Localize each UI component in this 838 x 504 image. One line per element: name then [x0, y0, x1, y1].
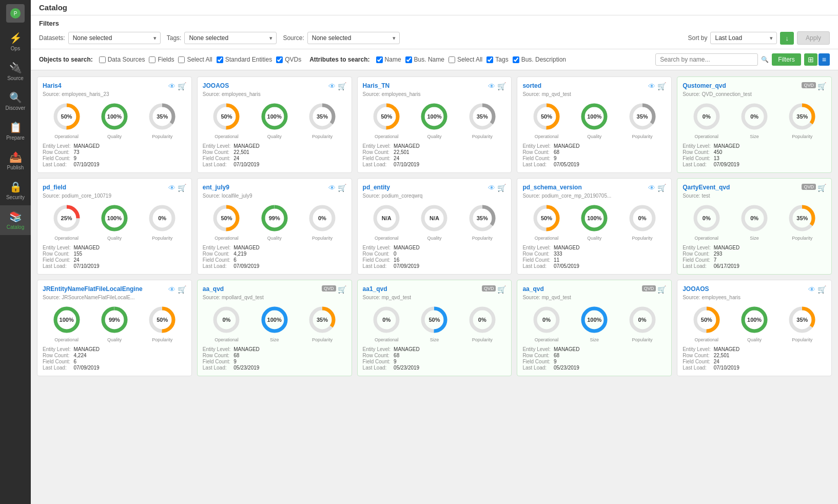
fields-checkbox[interactable] — [149, 56, 155, 63]
sidebar-item-discover[interactable]: 🔍 Discover — [0, 86, 31, 116]
sort-select[interactable]: Last Load — [710, 32, 777, 44]
cart-icon[interactable]: 🛒 — [178, 184, 186, 192]
card-title[interactable]: aa1_qvd — [363, 285, 387, 293]
filters-button[interactable]: Filters — [772, 53, 801, 66]
row-count-label: Row Count: — [203, 149, 230, 155]
card-title[interactable]: sorted — [522, 82, 541, 89]
donut-value: 100% — [267, 317, 282, 323]
grid-view-button[interactable]: ⊞ — [804, 53, 817, 66]
sort-label: Sort by — [688, 34, 707, 42]
sidebar-item-catalog[interactable]: 📚 Catalog — [0, 205, 31, 235]
card-info: Entity Level: MANAGED Row Count: 68 Fiel… — [522, 346, 666, 371]
card-title[interactable]: JOOAOS — [203, 82, 229, 89]
last-load-label: Last Load: — [363, 263, 391, 269]
tags-select[interactable]: None selected — [184, 32, 277, 44]
datasets-select[interactable]: None selected — [68, 32, 161, 44]
cart-icon[interactable]: 🛒 — [497, 285, 506, 294]
eye-icon[interactable]: 👁 — [648, 82, 655, 90]
donut-chart: 0% — [627, 203, 658, 234]
last-load-label: Last Load: — [683, 162, 710, 167]
donut-item: 35% Popularity — [627, 101, 658, 139]
sort-direction-button[interactable]: ↓ — [780, 32, 794, 45]
select-all-checkbox[interactable] — [178, 56, 185, 63]
eye-icon[interactable]: 👁 — [488, 184, 495, 192]
cart-icon[interactable]: 🛒 — [178, 82, 186, 90]
cart-icon[interactable]: 🛒 — [497, 184, 506, 192]
donut-chart: 100% — [579, 203, 610, 234]
cart-icon[interactable]: 🛒 — [657, 82, 666, 90]
eye-icon[interactable]: 👁 — [168, 82, 176, 90]
bus-desc-checkbox[interactable] — [513, 56, 519, 63]
cart-icon[interactable]: 🛒 — [178, 285, 186, 294]
cart-icon[interactable]: 🛒 — [338, 285, 346, 294]
sort-select-wrapper: Last Load — [710, 32, 777, 44]
donut-value: 25% — [61, 215, 72, 221]
entity-level-label: Entity Level: — [203, 346, 230, 352]
card-title[interactable]: QartyEvent_qvd — [683, 184, 730, 191]
eye-icon[interactable]: 👁 — [648, 184, 655, 192]
card-title[interactable]: Haris4 — [43, 82, 62, 89]
tags-label: Tags — [495, 56, 508, 63]
tags-label: Tags: — [167, 34, 182, 42]
donut-value: 35% — [637, 113, 648, 120]
qvds-checkbox[interactable] — [276, 56, 283, 63]
list-view-button[interactable]: ≡ — [818, 53, 830, 66]
donut-chart: 35% — [787, 203, 817, 234]
security-icon: 🔒 — [9, 181, 22, 193]
donut-chart: 99% — [259, 203, 290, 234]
entity-level-value: MANAGED — [233, 346, 346, 352]
card-title[interactable]: pd_schema_version — [522, 184, 581, 191]
prepare-icon: 📋 — [9, 121, 22, 133]
card-icons: 👁 🛒 — [168, 82, 186, 90]
donut-label: Operational — [695, 134, 719, 139]
data-sources-checkbox[interactable] — [99, 56, 106, 63]
card-pd_field: pd_field 👁 🛒 Source: podium_core_100719 … — [37, 178, 192, 275]
card-title[interactable]: aa_qvd — [203, 285, 224, 293]
cart-icon[interactable]: 🛒 — [657, 285, 666, 294]
cart-icon[interactable]: 🛒 — [338, 184, 346, 192]
entity-level-value: MANAGED — [73, 143, 186, 149]
card-title[interactable]: JOOAOS — [683, 285, 709, 293]
row-count-value: 4,219 — [233, 251, 346, 257]
sidebar-item-publish[interactable]: 📤 Publish — [0, 146, 31, 176]
cart-icon[interactable]: 🛒 — [817, 285, 826, 294]
card-title[interactable]: JREntityNameFlatFileLocalEngine — [43, 285, 143, 293]
card-title[interactable]: aa_qvd — [522, 285, 543, 293]
select-all-attr-checkbox[interactable] — [449, 56, 455, 63]
cart-icon[interactable]: 🛒 — [338, 82, 346, 90]
sidebar-item-source[interactable]: 🔌 Source — [0, 56, 31, 86]
card-title[interactable]: Qustomer_qvd — [683, 82, 726, 89]
source-select[interactable]: None selected — [307, 32, 400, 44]
eye-icon[interactable]: 👁 — [328, 184, 336, 192]
card-title[interactable]: Haris_TN — [363, 82, 390, 89]
eye-icon[interactable]: 👁 — [168, 285, 176, 294]
donut-label: Quality — [747, 337, 762, 342]
bus-name-checkbox[interactable] — [405, 56, 412, 63]
donut-label: Size — [590, 337, 599, 342]
cart-icon[interactable]: 🛒 — [497, 82, 506, 90]
card-title[interactable]: pd_field — [43, 184, 66, 191]
source-filter-group: Source: None selected — [283, 32, 399, 44]
field-count-value: 24 — [233, 156, 346, 161]
filters-bar: Filters Datasets: None selected Tags: No… — [31, 15, 838, 49]
search-input[interactable] — [655, 53, 758, 66]
card-title[interactable]: pd_entity — [363, 184, 390, 191]
eye-icon[interactable]: 👁 — [168, 184, 176, 192]
sidebar-item-security[interactable]: 🔒 Security — [0, 176, 31, 205]
field-count-label: Field Count: — [203, 257, 230, 263]
card-title[interactable]: ent_july9 — [203, 184, 229, 191]
cart-icon[interactable]: 🛒 — [817, 184, 826, 192]
cart-icon[interactable]: 🛒 — [817, 82, 826, 90]
donut-value: 100% — [427, 113, 441, 120]
name-checkbox[interactable] — [376, 56, 383, 63]
cart-icon[interactable]: 🛒 — [657, 184, 666, 192]
sidebar-item-prepare[interactable]: 📋 Prepare — [0, 116, 31, 146]
standard-entities-checkbox[interactable] — [217, 56, 223, 63]
donut-label: Quality — [427, 134, 441, 139]
card-source: Source: podium_core_mp_20190705... — [522, 193, 666, 199]
eye-icon[interactable]: 👁 — [808, 285, 815, 294]
sidebar-item-ops[interactable]: ⚡ Ops — [0, 27, 31, 56]
eye-icon[interactable]: 👁 — [488, 82, 495, 90]
tags-checkbox[interactable] — [486, 56, 493, 63]
eye-icon[interactable]: 👁 — [328, 82, 336, 90]
